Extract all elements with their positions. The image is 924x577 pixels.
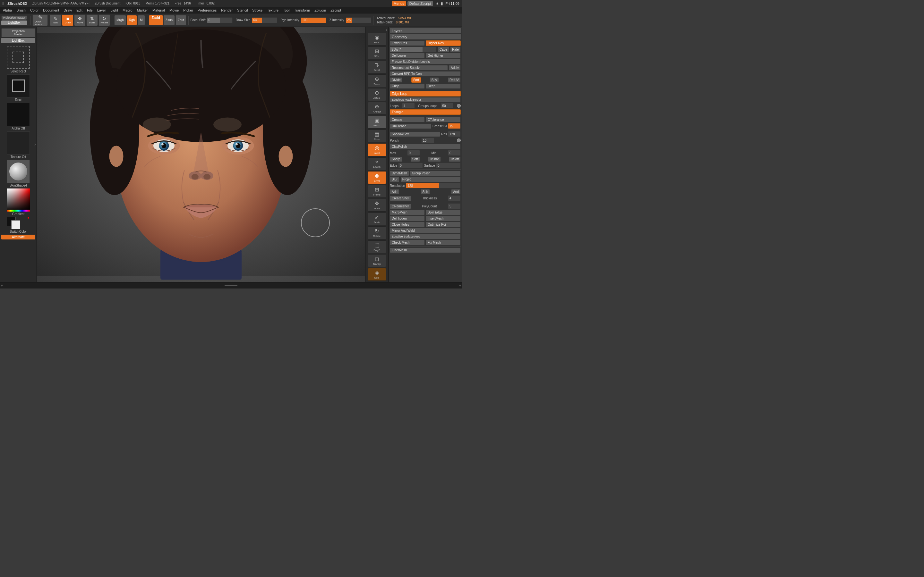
menu-light[interactable]: Light bbox=[109, 8, 120, 13]
rotate-button[interactable]: ↻ Rotate bbox=[99, 15, 110, 26]
menu-zplugin[interactable]: Zplugin bbox=[313, 8, 328, 13]
scale-tool-button[interactable]: ⤢ Scale bbox=[368, 213, 386, 226]
addlv-button[interactable]: Addlv bbox=[449, 65, 461, 71]
menu-tool[interactable]: Tool bbox=[281, 8, 291, 13]
triangle-button[interactable]: Triangle bbox=[390, 109, 461, 115]
uncrease-button[interactable]: UnCrease bbox=[390, 123, 431, 129]
close-holes-button[interactable]: Close Holes bbox=[390, 222, 425, 227]
menu-brush[interactable]: Brush bbox=[15, 8, 27, 13]
aahalf-button[interactable]: ⊛ AAHalf bbox=[368, 102, 386, 115]
check-mesh-button[interactable]: Check Mesh bbox=[390, 240, 425, 245]
solo-button[interactable]: ◈ Solo bbox=[368, 268, 386, 281]
fix-mesh-button[interactable]: Fix Mesh bbox=[426, 240, 461, 245]
menu-color[interactable]: Color bbox=[29, 8, 40, 13]
reconstruct-button[interactable]: Reconstruct Subdiv bbox=[390, 65, 448, 71]
crease-button[interactable]: Crease bbox=[390, 117, 425, 122]
spix-button[interactable]: ⊞ SPix bbox=[368, 47, 386, 59]
menu-file[interactable]: File bbox=[86, 8, 94, 13]
background-color[interactable] bbox=[11, 220, 20, 229]
geometry-section[interactable]: Geometry bbox=[390, 34, 461, 39]
lower-res-button[interactable]: Lower Res bbox=[390, 40, 425, 46]
scale-button[interactable]: ⇅ Scale bbox=[86, 15, 98, 26]
bpr-button[interactable]: ◉ BPR bbox=[368, 33, 386, 45]
menu-layer[interactable]: Layer bbox=[95, 8, 108, 13]
floor-button[interactable]: ▤ Floor bbox=[368, 129, 386, 142]
group-polish-button[interactable]: Group Polish bbox=[410, 171, 461, 176]
texture-off-swatch[interactable] bbox=[7, 131, 30, 155]
spin-edge-button[interactable]: Spin Edge bbox=[426, 210, 461, 215]
menu-preferences[interactable]: Preferences bbox=[196, 8, 218, 13]
menu-material[interactable]: Material bbox=[151, 8, 166, 13]
move-tool-button[interactable]: ✥ Move bbox=[368, 199, 386, 211]
delhidden-button[interactable]: DelHidden bbox=[390, 216, 425, 221]
freeze-subdiv-button[interactable]: Freeze SubDivision Levels bbox=[390, 59, 461, 64]
menu-stroke[interactable]: Stroke bbox=[250, 8, 264, 13]
quick-sketch-button[interactable]: ✎ Quick Sketch bbox=[32, 15, 48, 26]
equalize-button[interactable]: Equalize Surface Area bbox=[390, 234, 461, 239]
rect-swatch[interactable] bbox=[7, 74, 30, 97]
rsoft-button[interactable]: RSoft bbox=[449, 156, 461, 162]
draw-size-control[interactable]: Draw Size 64 bbox=[236, 17, 278, 23]
create-shell-button[interactable]: Create Shell bbox=[390, 195, 411, 201]
sharp-button[interactable]: Sharp bbox=[390, 156, 402, 162]
rshar-button[interactable]: RShar bbox=[428, 156, 441, 162]
layers-section[interactable]: Layers bbox=[390, 28, 461, 33]
lightbox-button[interactable]: LightBox bbox=[1, 21, 27, 25]
local-button[interactable]: ◎ Local bbox=[368, 143, 386, 156]
left-panel-collapse-arrow[interactable]: › bbox=[34, 142, 36, 147]
qremesher-button[interactable]: QRemesher bbox=[390, 203, 411, 209]
transp-button[interactable]: ◻ Transp bbox=[368, 254, 386, 267]
color-gradient[interactable] bbox=[7, 189, 30, 211]
smt-button[interactable]: Smt bbox=[411, 77, 421, 83]
left-lightbox[interactable]: LightBox bbox=[1, 38, 35, 43]
zsub-button[interactable]: Zsub bbox=[163, 15, 175, 25]
cage-button[interactable]: Cage bbox=[438, 47, 449, 52]
right-panel-expand-arrow[interactable]: ‹ bbox=[386, 28, 387, 32]
menu-movie[interactable]: Movie bbox=[168, 8, 180, 13]
edgeloop-mask-button[interactable]: Edgeloop Mask Border bbox=[390, 97, 461, 102]
crisp-button[interactable]: Crisp bbox=[390, 83, 425, 89]
projection-master-button[interactable]: Projection Master bbox=[1, 15, 27, 20]
default-zscript-button[interactable]: DefaultZscript bbox=[407, 1, 433, 6]
and-button[interactable]: And bbox=[451, 189, 461, 195]
focal-shift-control[interactable]: Focal Shift 0 bbox=[191, 17, 233, 23]
divide-button[interactable]: Divide bbox=[390, 77, 403, 83]
rotate-tool-button[interactable]: ↻ Rotate bbox=[368, 226, 386, 239]
menu-document[interactable]: Document bbox=[41, 8, 61, 13]
micromesh-button[interactable]: MicroMesh bbox=[390, 210, 425, 215]
mrgb-button[interactable]: Mrgb bbox=[114, 15, 126, 25]
rate-button[interactable]: Rate bbox=[450, 47, 461, 52]
soft-button[interactable]: Soft bbox=[410, 156, 420, 162]
menu-marker[interactable]: Marker bbox=[136, 8, 150, 13]
edit-button[interactable]: ✎ Edit bbox=[50, 15, 61, 26]
higher-res-button[interactable]: Higher Res bbox=[426, 40, 461, 46]
menus-button[interactable]: Menus bbox=[392, 1, 406, 6]
menu-texture[interactable]: Texture bbox=[265, 8, 280, 13]
bottom-arrow-right[interactable]: ▼ bbox=[458, 284, 462, 288]
z-intensity-control[interactable]: Z Intensity 25 bbox=[330, 17, 371, 23]
del-lower-button[interactable]: Del Lower bbox=[390, 53, 425, 58]
zoom-button[interactable]: ⊕ Zoom bbox=[368, 74, 386, 87]
optimize-poi-button[interactable]: Optimize Poi bbox=[426, 222, 461, 227]
menu-picker[interactable]: Picker bbox=[182, 8, 195, 13]
material-swatch[interactable] bbox=[7, 160, 30, 183]
bottom-arrow-left[interactable]: ▼ bbox=[0, 284, 4, 288]
rgb-intensity-control[interactable]: Rgb Intensity 100 bbox=[280, 17, 326, 23]
zcut-button[interactable]: Zcut bbox=[176, 15, 186, 25]
rgb-button[interactable]: Rgb bbox=[127, 15, 137, 25]
alternate-button[interactable]: Alternate bbox=[1, 235, 35, 239]
add-button[interactable]: Add bbox=[390, 189, 399, 195]
ctolerance-button[interactable]: CTolerance bbox=[426, 117, 461, 122]
zadd-button[interactable]: Zadd bbox=[149, 15, 163, 25]
app-name[interactable]: ZBrushOSX bbox=[7, 2, 27, 5]
menu-render[interactable]: Render bbox=[220, 8, 234, 13]
menu-edit[interactable]: Edit bbox=[75, 8, 84, 13]
gxyz-button[interactable]: ⊗ GXyz bbox=[368, 171, 386, 184]
alpha-off-swatch[interactable] bbox=[7, 103, 30, 126]
fibermesh-button[interactable]: FiberMesh bbox=[390, 247, 461, 253]
scroll-button[interactable]: ⇅ Scroll bbox=[368, 60, 386, 73]
frame-button[interactable]: ⊞ Frame bbox=[368, 185, 386, 198]
dynamesh-button[interactable]: DynaMesh bbox=[390, 171, 409, 176]
menu-draw[interactable]: Draw bbox=[62, 8, 73, 13]
mirror-weld-button[interactable]: Mirror And Weld bbox=[390, 228, 461, 234]
